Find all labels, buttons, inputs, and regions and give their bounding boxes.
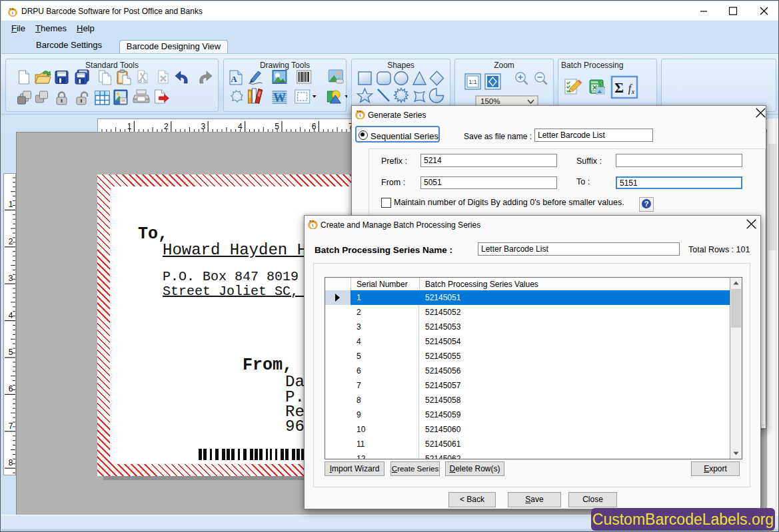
svg-text:8: 8 xyxy=(9,458,13,467)
svg-text:W: W xyxy=(273,91,286,105)
svg-text:?: ? xyxy=(644,200,649,208)
svg-text:Σ: Σ xyxy=(614,80,624,96)
svg-text:7: 7 xyxy=(9,421,13,431)
svg-text:150%: 150% xyxy=(480,97,500,105)
svg-text:3: 3 xyxy=(9,274,13,283)
svg-text:6: 6 xyxy=(9,384,13,394)
svg-text:x: x xyxy=(631,88,635,95)
svg-text:1: 1 xyxy=(9,200,13,209)
svg-text:2: 2 xyxy=(9,237,13,246)
svg-text:5: 5 xyxy=(9,348,13,357)
svg-text:1:1: 1:1 xyxy=(468,79,477,85)
svg-text:4: 4 xyxy=(9,311,13,320)
svg-text:A: A xyxy=(231,74,237,84)
